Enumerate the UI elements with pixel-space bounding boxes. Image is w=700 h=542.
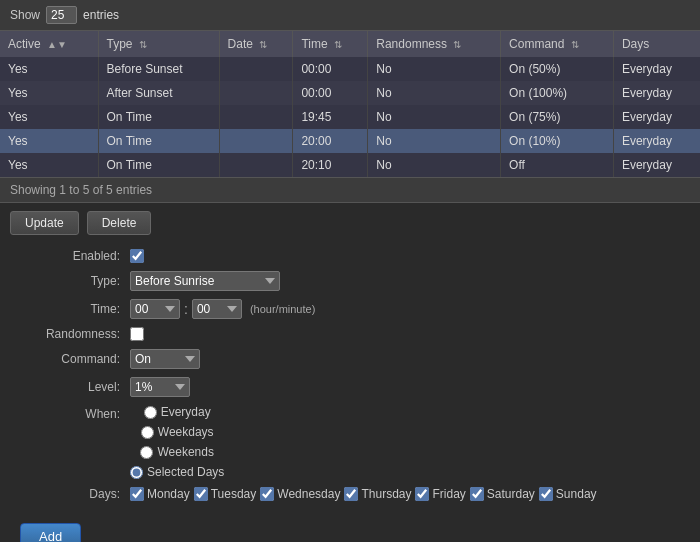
radio-selected-days-input[interactable] <box>130 466 143 479</box>
level-row: Level: 1%10%20%30% 40%50%60%70% 80%90%10… <box>20 377 680 397</box>
minute-select[interactable]: 00051015 20253035 40455055 <box>192 299 242 319</box>
level-control: 1%10%20%30% 40%50%60%70% 80%90%100% <box>130 377 190 397</box>
cell-randomness: No <box>368 105 501 129</box>
add-button[interactable]: Add <box>20 523 81 542</box>
showing-info: Showing 1 to 5 of 5 entries <box>0 177 700 203</box>
when-control: Everyday Weekdays Weekends Selected Days <box>130 405 224 479</box>
cell-active: Yes <box>0 129 98 153</box>
randomness-label: Randomness: <box>20 327 130 341</box>
cell-randomness: No <box>368 81 501 105</box>
cell-days: Everyday <box>613 105 700 129</box>
radio-everyday: Everyday <box>144 405 211 419</box>
cell-command: On (75%) <box>501 105 614 129</box>
time-control: 00010203 04050607 08091011 12131415 1617… <box>130 299 315 319</box>
hour-select[interactable]: 00010203 04050607 08091011 12131415 1617… <box>130 299 180 319</box>
when-row: When: Everyday Weekdays Weekends Selecte… <box>20 405 680 479</box>
enabled-row: Enabled: <box>20 249 680 263</box>
day-label-monday: Monday <box>147 487 190 501</box>
enabled-checkbox[interactable] <box>130 249 144 263</box>
table-row[interactable]: YesOn Time20:10NoOffEveryday <box>0 153 700 177</box>
update-button[interactable]: Update <box>10 211 79 235</box>
add-area: Add <box>0 515 700 542</box>
time-label: Time: <box>20 302 130 316</box>
day-item-saturday: Saturday <box>470 487 535 501</box>
cell-command: On (10%) <box>501 129 614 153</box>
radio-weekdays-label: Weekdays <box>158 425 214 439</box>
cell-time: 00:00 <box>293 81 368 105</box>
radio-selected-days: Selected Days <box>130 465 224 479</box>
sort-date-icon: ⇅ <box>259 39 267 50</box>
table-header-row: Active ▲▼ Type ⇅ Date ⇅ Time ⇅ Randomnes… <box>0 31 700 57</box>
col-type[interactable]: Type ⇅ <box>98 31 219 57</box>
level-select[interactable]: 1%10%20%30% 40%50%60%70% 80%90%100% <box>130 377 190 397</box>
cell-date <box>219 57 293 81</box>
day-item-sunday: Sunday <box>539 487 597 501</box>
day-label-sunday: Sunday <box>556 487 597 501</box>
table-row[interactable]: YesAfter Sunset00:00NoOn (100%)Everyday <box>0 81 700 105</box>
sort-time-icon: ⇅ <box>334 39 342 50</box>
cell-randomness: No <box>368 57 501 81</box>
radio-weekends-input[interactable] <box>140 446 153 459</box>
enabled-control <box>130 249 144 263</box>
randomness-control <box>130 327 144 341</box>
cell-command: On (100%) <box>501 81 614 105</box>
day-checkbox-monday[interactable] <box>130 487 144 501</box>
table-row[interactable]: YesBefore Sunset00:00NoOn (50%)Everyday <box>0 57 700 81</box>
col-date[interactable]: Date ⇅ <box>219 31 293 57</box>
cell-date <box>219 153 293 177</box>
cell-active: Yes <box>0 153 98 177</box>
day-checkbox-sunday[interactable] <box>539 487 553 501</box>
cell-active: Yes <box>0 105 98 129</box>
showing-text: Showing 1 to 5 of 5 entries <box>10 183 152 197</box>
cell-days: Everyday <box>613 153 700 177</box>
entries-select[interactable]: 25 10 50 100 <box>46 6 77 24</box>
cell-time: 19:45 <box>293 105 368 129</box>
radio-weekends: Weekends <box>140 445 213 459</box>
day-checkbox-thursday[interactable] <box>344 487 358 501</box>
cell-time: 20:10 <box>293 153 368 177</box>
table-row[interactable]: YesOn Time20:00NoOn (10%)Everyday <box>0 129 700 153</box>
cell-date <box>219 81 293 105</box>
radio-everyday-label: Everyday <box>161 405 211 419</box>
type-label: Type: <box>20 274 130 288</box>
day-label-saturday: Saturday <box>487 487 535 501</box>
cell-days: Everyday <box>613 57 700 81</box>
day-checkbox-wednesday[interactable] <box>260 487 274 501</box>
sort-randomness-icon: ⇅ <box>453 39 461 50</box>
radio-selected-days-label: Selected Days <box>147 465 224 479</box>
table-body: YesBefore Sunset00:00NoOn (50%)EverydayY… <box>0 57 700 177</box>
day-item-friday: Friday <box>415 487 465 501</box>
day-checkbox-tuesday[interactable] <box>194 487 208 501</box>
col-command[interactable]: Command ⇅ <box>501 31 614 57</box>
entries-label: entries <box>83 8 119 22</box>
day-checkbox-saturday[interactable] <box>470 487 484 501</box>
cell-type: After Sunset <box>98 81 219 105</box>
delete-button[interactable]: Delete <box>87 211 152 235</box>
day-item-thursday: Thursday <box>344 487 411 501</box>
col-active[interactable]: Active ▲▼ <box>0 31 98 57</box>
cell-command: Off <box>501 153 614 177</box>
col-days[interactable]: Days <box>613 31 700 57</box>
day-item-tuesday: Tuesday <box>194 487 257 501</box>
command-row: Command: On Off Toggle <box>20 349 680 369</box>
day-checkbox-friday[interactable] <box>415 487 429 501</box>
time-hint: (hour/minute) <box>250 303 315 315</box>
type-select[interactable]: Before Sunrise After Sunrise Before Suns… <box>130 271 280 291</box>
table-row[interactable]: YesOn Time19:45NoOn (75%)Everyday <box>0 105 700 129</box>
cell-time: 20:00 <box>293 129 368 153</box>
col-randomness[interactable]: Randomness ⇅ <box>368 31 501 57</box>
cell-type: On Time <box>98 129 219 153</box>
radio-weekends-label: Weekends <box>157 445 213 459</box>
day-label-tuesday: Tuesday <box>211 487 257 501</box>
action-buttons-row: Update Delete <box>0 203 700 243</box>
radio-everyday-input[interactable] <box>144 406 157 419</box>
randomness-checkbox[interactable] <box>130 327 144 341</box>
command-select[interactable]: On Off Toggle <box>130 349 200 369</box>
type-row: Type: Before Sunrise After Sunrise Befor… <box>20 271 680 291</box>
cell-command: On (50%) <box>501 57 614 81</box>
radio-weekdays-input[interactable] <box>141 426 154 439</box>
command-label: Command: <box>20 352 130 366</box>
days-label: Days: <box>20 487 130 501</box>
level-label: Level: <box>20 380 130 394</box>
col-time[interactable]: Time ⇅ <box>293 31 368 57</box>
